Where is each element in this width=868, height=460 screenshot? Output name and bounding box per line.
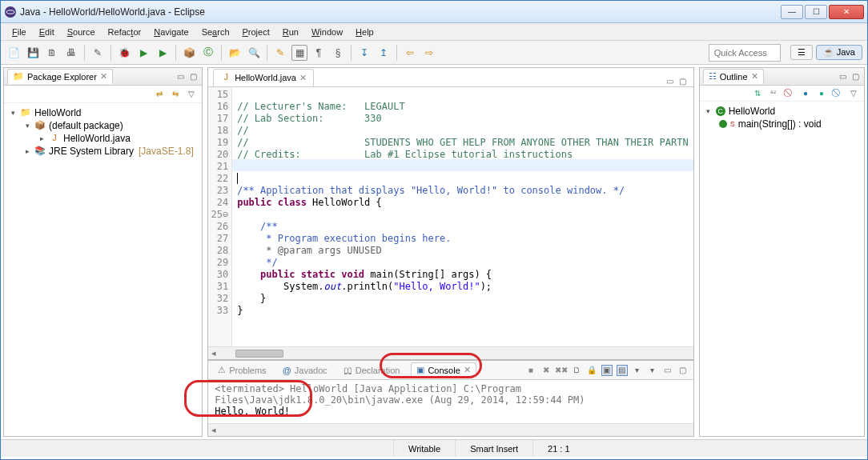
hide-fields-icon[interactable]: ⃠ bbox=[784, 87, 795, 98]
new-icon[interactable]: 📄 bbox=[6, 45, 22, 61]
menu-navigate[interactable]: Navigate bbox=[147, 26, 195, 38]
perspective-switcher: ☰ ☕ Java bbox=[790, 45, 862, 60]
min-bottom-icon[interactable]: ▭ bbox=[662, 365, 673, 376]
remove-launch-icon[interactable]: ✖ bbox=[540, 365, 552, 376]
package-icon: 📁 bbox=[13, 71, 24, 82]
jre-node[interactable]: ▸ 📚 JRE System Library [JavaSE-1.8] bbox=[9, 145, 197, 158]
default-package-node[interactable]: ▾ 📦 (default package) bbox=[9, 119, 197, 132]
new-package-icon[interactable]: 📦 bbox=[181, 45, 197, 61]
outline-menu-icon[interactable]: ▽ bbox=[848, 87, 859, 98]
menu-refactor[interactable]: Refactor bbox=[102, 26, 148, 38]
menu-source[interactable]: Source bbox=[61, 26, 102, 38]
new-console-icon[interactable]: ▾ bbox=[647, 365, 658, 376]
outline-tab[interactable]: ☷ Outline ✕ bbox=[703, 69, 764, 84]
menu-window[interactable]: Window bbox=[305, 26, 349, 38]
menu-file[interactable]: File bbox=[6, 26, 33, 38]
console-text: Hello, World! bbox=[215, 406, 687, 417]
hide-local-icon[interactable]: ⃠ bbox=[832, 87, 843, 98]
terminate-icon[interactable]: ■ bbox=[525, 365, 536, 376]
close-console-tab-icon[interactable]: ✕ bbox=[464, 365, 471, 375]
minimize-button[interactable]: — bbox=[781, 5, 803, 19]
main-toolbar: 📄 💾 🗎 🖶 ✎ 🐞 ▶ ▶ 📦 Ⓒ 📂 🔍 ✎ ▦ ¶ § ↧ ↥ ⇦ ⇨ … bbox=[1, 41, 867, 65]
save-icon[interactable]: 💾 bbox=[25, 45, 41, 61]
outline-class-node[interactable]: ▾ C HelloWorld bbox=[705, 105, 859, 118]
file-node[interactable]: ▸ J HelloWorld.java bbox=[9, 132, 197, 145]
max-outline-icon[interactable]: ▢ bbox=[850, 71, 861, 82]
save-all-icon[interactable]: 🗎 bbox=[44, 45, 60, 61]
remove-all-icon[interactable]: ✖✖ bbox=[556, 365, 567, 376]
paragraph-icon[interactable]: § bbox=[330, 45, 346, 61]
java-perspective-button[interactable]: ☕ Java bbox=[816, 45, 862, 60]
new-class-icon[interactable]: Ⓒ bbox=[200, 45, 216, 61]
outline-tree: ▾ C HelloWorld S main(String[]) : void bbox=[700, 102, 864, 134]
close-editor-tab-icon[interactable]: ✕ bbox=[299, 73, 307, 83]
horizontal-scrollbar[interactable]: ◂ bbox=[208, 346, 693, 359]
clear-console-icon[interactable]: 🗋 bbox=[571, 365, 582, 376]
forward-icon[interactable]: ⇨ bbox=[421, 45, 437, 61]
maximize-editor-icon[interactable]: ▢ bbox=[677, 75, 689, 86]
outline-method-label: main(String[]) : void bbox=[738, 118, 822, 130]
editor-body[interactable]: 1516171819202122232425⊖2627282930313233 … bbox=[208, 87, 693, 346]
code-area[interactable]: // Lecturer's Name: LEGAULT // Lab Secti… bbox=[232, 87, 693, 346]
menu-run[interactable]: Run bbox=[276, 26, 305, 38]
hide-nonpublic-icon[interactable]: ● bbox=[816, 87, 827, 98]
close-tab-icon[interactable]: ✕ bbox=[100, 71, 107, 82]
link-editor-icon[interactable]: ⇆ bbox=[170, 89, 181, 100]
hide-static-icon[interactable]: ● bbox=[800, 87, 811, 98]
az-icon[interactable]: ᵃᶻ bbox=[768, 87, 779, 98]
print-icon[interactable]: 🖶 bbox=[63, 45, 79, 61]
status-position: 21 : 1 bbox=[532, 440, 585, 457]
run-icon[interactable]: ▶ bbox=[135, 45, 151, 61]
next-annotation-icon[interactable]: ↧ bbox=[356, 45, 372, 61]
view-menu-icon[interactable]: ▽ bbox=[186, 89, 197, 100]
editor-tab-helloworld[interactable]: J HelloWorld.java ✕ bbox=[213, 69, 314, 86]
outline-panel: ☷ Outline ✕ ▭ ▢ ⇅ ᵃᶻ ⃠ ● ● ⃠ ▽ ▾ C Hello… bbox=[699, 67, 865, 437]
display-selected-icon[interactable]: ▤ bbox=[617, 365, 628, 376]
min-outline-icon[interactable]: ▭ bbox=[837, 71, 848, 82]
scroll-lock-icon[interactable]: 🔒 bbox=[586, 365, 597, 376]
wand-icon[interactable]: ✎ bbox=[90, 45, 106, 61]
console-tab[interactable]: ▣Console ✕ bbox=[411, 362, 476, 378]
outline-class-label: HelloWorld bbox=[729, 106, 775, 117]
max-bottom-icon[interactable]: ▢ bbox=[677, 365, 689, 376]
javadoc-tab[interactable]: @Javadoc bbox=[278, 364, 332, 377]
open-type-icon[interactable]: 📂 bbox=[227, 45, 243, 61]
method-icon bbox=[719, 120, 727, 128]
close-button[interactable]: ✕ bbox=[829, 5, 864, 19]
debug-icon[interactable]: 🐞 bbox=[116, 45, 132, 61]
toggle-block-icon[interactable]: ▦ bbox=[291, 45, 307, 61]
project-node[interactable]: ▾ 📁 HelloWorld bbox=[9, 106, 197, 119]
maximize-button[interactable]: ☐ bbox=[805, 5, 827, 19]
show-whitespace-icon[interactable]: ¶ bbox=[311, 45, 327, 61]
open-console-icon[interactable]: ▾ bbox=[632, 365, 643, 376]
minimize-editor-icon[interactable]: ▭ bbox=[665, 75, 676, 86]
console-scrollbar[interactable]: ◂ bbox=[208, 423, 693, 436]
outline-method-node[interactable]: S main(String[]) : void bbox=[705, 118, 859, 130]
coverage-icon[interactable]: ▶ bbox=[155, 45, 171, 61]
menu-help[interactable]: Help bbox=[349, 26, 380, 38]
separator bbox=[175, 45, 176, 61]
search-icon[interactable]: 🔍 bbox=[246, 45, 262, 61]
package-explorer-title: Package Explorer bbox=[27, 72, 97, 82]
pin-console-icon[interactable]: ▣ bbox=[601, 365, 613, 376]
menu-search[interactable]: Search bbox=[195, 26, 236, 38]
quick-access-input[interactable] bbox=[709, 44, 781, 62]
problems-tab[interactable]: ⚠Problems bbox=[213, 363, 271, 377]
package-explorer-tab[interactable]: 📁 Package Explorer ✕ bbox=[7, 69, 113, 84]
maximize-view-icon[interactable]: ▢ bbox=[187, 71, 199, 82]
collapse-all-icon[interactable]: ⇄ bbox=[154, 89, 165, 100]
menu-edit[interactable]: Edit bbox=[33, 26, 61, 38]
close-outline-icon[interactable]: ✕ bbox=[751, 71, 758, 82]
declaration-tab[interactable]: 🕮Declaration bbox=[339, 364, 405, 377]
back-icon[interactable]: ⇦ bbox=[402, 45, 418, 61]
console-output[interactable]: <terminated> HelloWorld [Java Applicatio… bbox=[208, 380, 693, 423]
sort-icon[interactable]: ⇅ bbox=[752, 87, 763, 98]
editor-panel: J HelloWorld.java ✕ ▭ ▢ 1516171819202122… bbox=[207, 67, 694, 360]
toggle-mark-icon[interactable]: ✎ bbox=[272, 45, 288, 61]
prev-annotation-icon[interactable]: ↥ bbox=[376, 45, 392, 61]
menu-project[interactable]: Project bbox=[236, 26, 276, 38]
menu-bar: File Edit Source Refactor Navigate Searc… bbox=[1, 23, 867, 41]
open-perspective-button[interactable]: ☰ bbox=[790, 45, 813, 60]
separator bbox=[111, 45, 111, 61]
minimize-view-icon[interactable]: ▭ bbox=[175, 71, 186, 82]
